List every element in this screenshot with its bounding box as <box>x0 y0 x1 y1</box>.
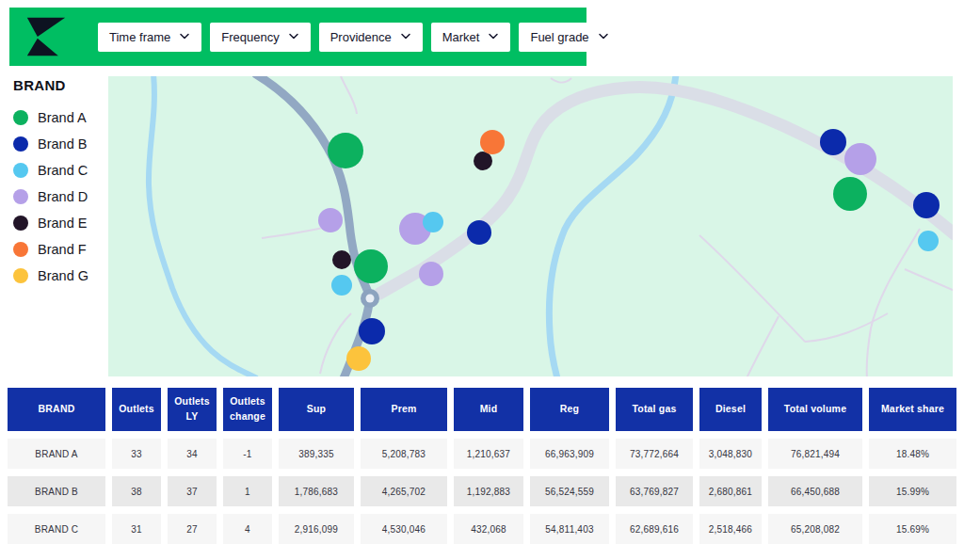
filter-label: Providence <box>330 30 392 44</box>
value-cell: 54,811,403 <box>530 514 609 544</box>
filter-label: Frequency <box>221 30 279 44</box>
value-cell: 62,689,616 <box>616 514 693 544</box>
legend-color-dot <box>13 189 28 204</box>
legend-item-label: Brand E <box>38 216 87 231</box>
legend-item-label: Brand B <box>38 136 87 152</box>
legend-item-label: Brand D <box>38 189 88 204</box>
map-bubble-brand-f[interactable] <box>480 130 505 154</box>
value-cell: 73,772,664 <box>616 439 693 469</box>
value-cell: 37 <box>168 476 217 506</box>
brand-legend: BRAND Brand ABrand BBrand CBrand DBrand … <box>13 77 107 289</box>
column-header-outlets-change: Outlets change <box>223 388 272 431</box>
map-canvas[interactable] <box>108 76 953 376</box>
legend-item-brand-f: Brand F <box>13 236 107 263</box>
legend-item-brand-e: Brand E <box>13 210 107 236</box>
legend-color-dot <box>13 110 28 125</box>
value-cell: 432,068 <box>454 514 523 544</box>
value-cell: 18.48% <box>869 439 956 469</box>
column-header-mid: Mid <box>454 388 523 431</box>
value-cell: 4,530,046 <box>361 514 447 544</box>
map-bubble-brand-a[interactable] <box>354 249 388 283</box>
map-bubble-brand-d[interactable] <box>419 262 443 286</box>
legend-color-dot <box>13 242 28 257</box>
filter-label: Market <box>442 30 480 44</box>
value-cell: 3,048,830 <box>699 439 762 469</box>
legend-item-label: Brand C <box>38 163 88 178</box>
filter-dropdown-providence[interactable]: Providence <box>319 23 423 52</box>
value-cell: 389,335 <box>279 439 354 469</box>
value-cell: 4 <box>223 514 272 544</box>
chevron-down-icon <box>400 33 411 40</box>
legend-item-label: Brand F <box>38 242 87 257</box>
value-cell: 5,208,783 <box>361 439 447 469</box>
map-bubble-brand-d[interactable] <box>844 143 876 175</box>
column-header-sup: Sup <box>279 388 354 431</box>
value-cell: 2,518,466 <box>699 514 762 544</box>
value-cell: 27 <box>168 514 217 544</box>
map-bubble-brand-c[interactable] <box>423 212 443 232</box>
column-header-reg: Reg <box>530 388 609 431</box>
column-header-total-volume: Total volume <box>768 388 862 431</box>
filter-dropdown-fuel-grade[interactable]: Fuel grade <box>519 23 619 52</box>
value-cell: 65,208,082 <box>768 514 862 544</box>
column-header-brand: BRAND <box>8 388 105 431</box>
filter-dropdown-time-frame[interactable]: Time frame <box>98 23 201 52</box>
value-cell: 38 <box>112 476 161 506</box>
legend-color-dot <box>13 216 28 231</box>
value-cell: 2,680,861 <box>699 476 762 506</box>
legend-color-dot <box>13 163 28 178</box>
column-header-market-share: Market share <box>869 388 956 431</box>
roundabout <box>361 289 379 308</box>
column-header-total-gas: Total gas <box>616 388 693 431</box>
map-bubble-brand-g[interactable] <box>346 346 371 371</box>
value-cell: 31 <box>112 514 161 544</box>
legend-color-dot <box>13 268 28 283</box>
value-cell: 63,769,827 <box>616 476 693 506</box>
table-row-brand-a: BRAND A3334-1389,3355,208,7831,210,63766… <box>8 439 956 469</box>
map-bubble-brand-c[interactable] <box>331 275 352 296</box>
column-header-outlets: Outlets <box>112 388 161 431</box>
map-bubble-brand-d[interactable] <box>318 208 343 232</box>
map-bubble-brand-e[interactable] <box>474 152 492 170</box>
brand-name-cell: BRAND B <box>8 476 105 506</box>
filter-dropdown-frequency[interactable]: Frequency <box>210 23 310 52</box>
legend-item-brand-b: Brand B <box>13 131 107 157</box>
brand-name-cell: BRAND C <box>8 514 105 544</box>
value-cell: 1,786,683 <box>279 476 354 506</box>
company-logo-icon <box>25 16 67 57</box>
legend-color-dot <box>13 136 28 152</box>
chevron-down-icon <box>598 33 609 40</box>
legend-title: BRAND <box>13 77 107 93</box>
brand-table: BRANDOutletsOutlets LYOutlets changeSupP… <box>1 380 963 552</box>
map-bubble-brand-b[interactable] <box>820 129 846 155</box>
value-cell: -1 <box>223 439 272 469</box>
filter-toolbar: Time frameFrequencyProvidenceMarketFuel … <box>9 8 586 66</box>
table-row-brand-b: BRAND B383711,786,6834,265,7021,192,8835… <box>8 476 956 506</box>
dashboard: Time frameFrequencyProvidenceMarketFuel … <box>0 0 964 560</box>
map-bubble-brand-e[interactable] <box>332 250 351 269</box>
value-cell: 1 <box>223 476 272 506</box>
legend-item-brand-d: Brand D <box>13 184 107 210</box>
column-header-prem: Prem <box>361 388 447 431</box>
map-bubble-brand-c[interactable] <box>918 231 939 251</box>
chevron-down-icon <box>488 33 499 40</box>
map-bubble-brand-b[interactable] <box>359 318 385 344</box>
chevron-down-icon <box>179 33 190 40</box>
legend-items: Brand ABrand BBrand CBrand DBrand EBrand… <box>13 104 107 289</box>
table-header-row: BRANDOutletsOutlets LYOutlets changeSupP… <box>8 388 956 431</box>
column-header-outlets-ly: Outlets LY <box>168 388 217 431</box>
value-cell: 15.69% <box>869 514 956 544</box>
filter-label: Fuel grade <box>530 30 588 44</box>
value-cell: 56,524,559 <box>530 476 609 506</box>
value-cell: 76,821,494 <box>768 439 862 469</box>
brand-name-cell: BRAND A <box>8 439 105 469</box>
legend-item-label: Brand G <box>38 268 88 283</box>
map-bubble-brand-b[interactable] <box>467 220 491 245</box>
filter-dropdown-market[interactable]: Market <box>431 23 511 52</box>
map-bubble-brand-a[interactable] <box>328 133 363 168</box>
value-cell: 33 <box>112 439 161 469</box>
table-row-brand-c: BRAND C312742,916,0994,530,046432,06854,… <box>8 514 956 544</box>
value-cell: 66,963,909 <box>530 439 609 469</box>
map-bubble-brand-b[interactable] <box>913 192 940 218</box>
map-bubble-brand-a[interactable] <box>833 177 867 211</box>
